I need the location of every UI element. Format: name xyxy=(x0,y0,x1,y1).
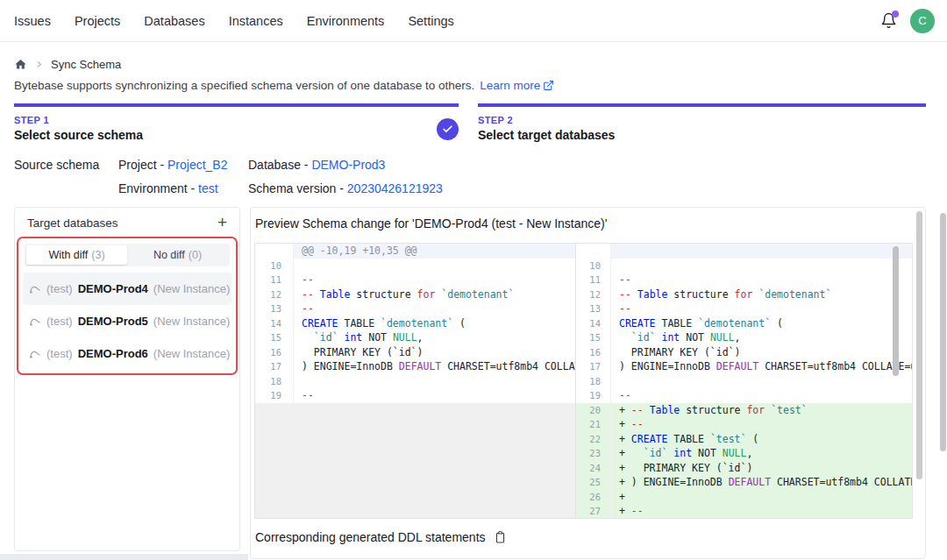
source-schema-summary: Source schema Project - Project_B2Databa… xyxy=(14,158,926,195)
ddl-section-header: Corresponding generated DDL statements xyxy=(254,530,922,544)
diff-row xyxy=(255,403,575,418)
step-1-check-icon xyxy=(437,118,459,140)
diff-row: 11-- xyxy=(576,273,912,287)
schema-preview-panel: Preview Schema change for 'DEMO-Prod4 (t… xyxy=(250,207,926,559)
page-scrollbar-thumb[interactable] xyxy=(940,213,946,451)
step-2-bar xyxy=(478,103,926,107)
database-item-demo-prod5[interactable]: (test)DEMO-Prod5(New Instance) xyxy=(23,305,231,337)
source-field-environment: Environment - test xyxy=(118,181,248,195)
step-2-label: STEP 2 xyxy=(478,115,926,125)
step-2-title: Select target databases xyxy=(478,128,926,142)
step-indicator: STEP 1 Select source schema STEP 2 Selec… xyxy=(14,103,926,142)
notification-bell-icon[interactable] xyxy=(879,12,897,30)
diff-row: 16 PRIMARY KEY (`id`) xyxy=(576,345,912,360)
intro-description: Bytebase supports synchronizing a specif… xyxy=(14,79,474,92)
source-field-schema-version: Schema version - 20230426121923 xyxy=(248,181,443,195)
diff-row xyxy=(576,244,912,259)
nav-item-environments[interactable]: Environments xyxy=(307,14,385,28)
database-item-demo-prod6[interactable]: (test)DEMO-Prod6(New Instance) xyxy=(23,337,231,370)
preview-title: Preview Schema change for 'DEMO-Prod4 (t… xyxy=(254,216,922,230)
diff-filter-tabs: With diff(3)No diff(0) xyxy=(25,244,230,266)
diff-row: 20+ -- Table structure for `test` xyxy=(576,403,912,418)
diff-row: 19-- xyxy=(576,388,912,403)
panel-scrollbar-thumb[interactable] xyxy=(916,211,922,479)
main-area: Target databases + With diff(3)No diff(0… xyxy=(14,207,926,559)
tab-no-diff[interactable]: No diff(0) xyxy=(127,245,228,265)
target-highlight-box: With diff(3)No diff(0) (test)DEMO-Prod4(… xyxy=(17,237,238,375)
diff-row: 12-- Table structure for `demotenant` xyxy=(576,287,912,302)
diff-row: 14CREATE TABLE `demotenant` ( xyxy=(255,316,575,331)
source-field-database: Database - DEMO-Prod3 xyxy=(248,158,443,172)
home-icon[interactable] xyxy=(14,58,27,71)
diff-row: 14CREATE TABLE `demotenant` ( xyxy=(576,316,912,331)
mysql-icon xyxy=(28,282,41,295)
page-content: Sync Schema Bytebase supports synchroniz… xyxy=(0,42,947,559)
target-panel-title: Target databases xyxy=(27,216,118,230)
chevron-right-icon xyxy=(35,60,43,68)
nav-item-instances[interactable]: Instances xyxy=(229,14,283,28)
target-panel-header: Target databases + xyxy=(15,208,239,236)
diff-row xyxy=(255,490,575,505)
step-1-bar xyxy=(14,103,459,107)
learn-more-link[interactable]: Learn more xyxy=(480,79,554,92)
diff-row: 23+ `id` int NOT NULL, xyxy=(576,446,912,461)
database-item-demo-prod4[interactable]: (test)DEMO-Prod4(New Instance) xyxy=(23,273,231,305)
diff-row: 18 xyxy=(576,374,912,389)
diff-row xyxy=(255,461,575,476)
diff-row: 12-- Table structure for `demotenant` xyxy=(255,287,575,302)
nav-item-issues[interactable]: Issues xyxy=(14,14,51,28)
diff-row xyxy=(255,432,575,447)
diff-row: 24+ PRIMARY KEY (`id`) xyxy=(576,461,912,476)
diff-row: 10 xyxy=(576,259,912,273)
diff-row: 16 PRIMARY KEY (`id`) xyxy=(255,345,575,360)
diff-row xyxy=(255,504,575,518)
source-field-value-link[interactable]: DEMO-Prod3 xyxy=(311,158,385,172)
diff-original-pane: @@ -10,19 +10,35 @@1011--12-- Table stru… xyxy=(255,244,576,518)
diff-row: @@ -10,19 +10,35 @@ xyxy=(255,244,575,259)
breadcrumb-current: Sync Schema xyxy=(51,58,121,71)
tab-with-diff[interactable]: With diff(3) xyxy=(26,245,127,265)
target-database-list: (test)DEMO-Prod4(New Instance)(test)DEMO… xyxy=(23,273,231,370)
diff-row xyxy=(255,417,575,432)
step-1-title: Select source schema xyxy=(14,128,459,142)
ddl-title: Corresponding generated DDL statements xyxy=(255,530,486,544)
copy-ddl-icon[interactable] xyxy=(494,530,507,544)
diff-row: 25+ ) ENGINE=InnoDB DEFAULT CHARSET=utf8… xyxy=(576,475,912,490)
step-2[interactable]: STEP 2 Select target databases xyxy=(478,103,926,142)
diff-row xyxy=(255,475,575,490)
step-1-label: STEP 1 xyxy=(14,115,459,125)
editor-scrollbar-thumb[interactable] xyxy=(893,246,899,376)
external-link-icon xyxy=(543,80,554,91)
diff-row: 15 `id` int NOT NULL, xyxy=(255,330,575,345)
bottom-strip xyxy=(0,554,248,560)
intro-text: Bytebase supports synchronizing a specif… xyxy=(14,79,926,92)
nav-menu: IssuesProjectsDatabasesInstancesEnvironm… xyxy=(14,14,454,28)
nav-item-settings[interactable]: Settings xyxy=(408,14,453,28)
diff-row: 17) ENGINE=InnoDB DEFAULT CHARSET=utf8mb… xyxy=(576,359,912,374)
diff-row: 21+ -- xyxy=(576,417,912,432)
diff-row: 19-- xyxy=(255,388,575,403)
source-field-value-link[interactable]: test xyxy=(198,181,218,195)
schema-diff-editor[interactable]: @@ -10,19 +10,35 @@1011--12-- Table stru… xyxy=(254,243,913,519)
source-schema-fields: Project - Project_B2Database - DEMO-Prod… xyxy=(118,158,443,195)
nav-item-databases[interactable]: Databases xyxy=(144,14,204,28)
add-target-database-button[interactable]: + xyxy=(216,216,229,230)
source-field-project: Project - Project_B2 xyxy=(118,158,248,172)
target-databases-panel: Target databases + With diff(3)No diff(0… xyxy=(14,207,240,551)
diff-row: 15 `id` int NOT NULL, xyxy=(576,330,912,345)
source-field-value-link[interactable]: Project_B2 xyxy=(167,158,227,172)
diff-row: 17) ENGINE=InnoDB DEFAULT CHARSET=utf8mb… xyxy=(255,359,575,374)
step-1[interactable]: STEP 1 Select source schema xyxy=(14,103,459,142)
source-field-value-link[interactable]: 20230426121923 xyxy=(347,181,443,195)
mysql-icon xyxy=(28,347,41,360)
avatar[interactable]: C xyxy=(910,9,935,33)
breadcrumb: Sync Schema xyxy=(14,56,926,72)
page-scrollbar[interactable] xyxy=(940,0,947,560)
top-nav: IssuesProjectsDatabasesInstancesEnvironm… xyxy=(0,0,947,42)
diff-row: 10 xyxy=(255,259,575,273)
nav-item-projects[interactable]: Projects xyxy=(75,14,120,28)
diff-row: 18 xyxy=(255,374,575,389)
diff-row: 26+ xyxy=(576,490,912,505)
diff-row xyxy=(255,446,575,461)
diff-row: 22+ CREATE TABLE `test` ( xyxy=(576,432,912,447)
